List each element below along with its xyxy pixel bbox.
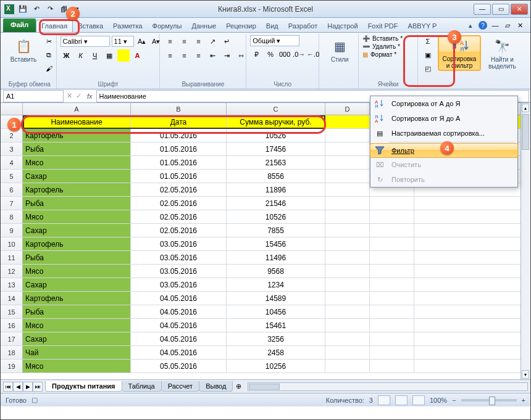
row-header[interactable]: 9 bbox=[1, 224, 23, 237]
formula-cancel-icon[interactable]: ✕ bbox=[65, 92, 74, 100]
cell[interactable]: 14589 bbox=[227, 292, 325, 305]
orientation-icon[interactable]: ↗ bbox=[206, 35, 219, 47]
tab-file[interactable]: Файл bbox=[3, 19, 36, 32]
cell[interactable]: Картофель bbox=[23, 292, 131, 305]
cell[interactable]: 21546 bbox=[227, 197, 325, 210]
sort-filter-button[interactable]: АЯ Сортировка и фильтр bbox=[438, 35, 481, 71]
cells-format[interactable]: ▦Формат * bbox=[362, 51, 396, 58]
cell[interactable] bbox=[325, 170, 370, 183]
row-header[interactable]: 10 bbox=[1, 237, 23, 251]
row-header[interactable]: 16 bbox=[1, 319, 23, 332]
ribbon-minimize-icon[interactable]: ▴ bbox=[466, 21, 475, 30]
cell[interactable] bbox=[414, 237, 530, 251]
cell[interactable]: Сахар bbox=[23, 170, 131, 183]
font-color-icon[interactable]: A bbox=[132, 49, 144, 62]
tab-home[interactable]: Главная bbox=[36, 20, 73, 32]
view-normal-icon[interactable] bbox=[378, 395, 390, 405]
font-size-combo[interactable]: 11▾ bbox=[112, 36, 134, 47]
minimize-button[interactable]: — bbox=[474, 4, 491, 15]
cell[interactable]: Мясо bbox=[23, 210, 131, 224]
cell[interactable]: 15461 bbox=[227, 319, 325, 332]
sheet-nav-first-icon[interactable]: ⏮ bbox=[3, 382, 13, 392]
wb-minimize-icon[interactable]: — bbox=[491, 21, 500, 30]
bold-icon[interactable]: Ж bbox=[61, 49, 73, 62]
tab-review[interactable]: Рецензир bbox=[221, 20, 261, 32]
sheet-nav-next-icon[interactable]: ▶ bbox=[23, 382, 33, 392]
cell[interactable]: 10526 bbox=[227, 129, 325, 142]
cell[interactable]: Мясо bbox=[23, 360, 131, 373]
row-header[interactable]: 5 bbox=[1, 170, 23, 183]
row-header[interactable]: 11 bbox=[1, 251, 23, 265]
redo-icon[interactable]: ↷ bbox=[45, 4, 55, 14]
cells-delete[interactable]: ➖Удалить * bbox=[362, 43, 400, 50]
cell[interactable] bbox=[414, 360, 530, 373]
align-bottom-icon[interactable]: ≡ bbox=[192, 35, 204, 47]
tab-developer[interactable]: Разработ bbox=[283, 20, 322, 32]
help-icon[interactable]: ? bbox=[479, 21, 487, 30]
row-header[interactable]: 17 bbox=[1, 332, 23, 346]
cell[interactable]: 9568 bbox=[227, 265, 325, 278]
align-center-icon[interactable]: ≡ bbox=[178, 49, 190, 62]
number-format-combo[interactable]: Общий▾ bbox=[250, 35, 299, 46]
cell[interactable]: 02.05.2016 bbox=[131, 197, 227, 210]
cell[interactable]: 01.05.2016 bbox=[131, 156, 227, 170]
cell[interactable]: Сахар bbox=[23, 278, 131, 292]
font-family-combo[interactable]: Calibri▾ bbox=[61, 36, 110, 47]
cell[interactable]: Мясо bbox=[23, 156, 131, 170]
cell[interactable]: 11896 bbox=[227, 183, 325, 197]
row-header[interactable]: 13 bbox=[1, 278, 23, 292]
cell[interactable] bbox=[370, 332, 414, 346]
border-icon[interactable]: ▦ bbox=[103, 49, 115, 62]
row-header[interactable]: 4 bbox=[1, 156, 23, 170]
scrollbar-thumb[interactable] bbox=[522, 114, 529, 150]
sheet-tab-0[interactable]: Продукты питания bbox=[45, 381, 122, 392]
menu-filter[interactable]: Фильтр bbox=[370, 143, 518, 158]
cell[interactable] bbox=[370, 251, 414, 265]
cell[interactable] bbox=[325, 251, 370, 265]
cell[interactable]: Чай bbox=[23, 346, 131, 360]
row-header[interactable]: 7 bbox=[1, 197, 23, 210]
cell[interactable] bbox=[325, 237, 370, 251]
find-select-button[interactable]: 🔭 Найти и выделить bbox=[485, 35, 520, 72]
cell[interactable] bbox=[370, 360, 414, 373]
tab-foxit[interactable]: Foxit PDF bbox=[363, 20, 403, 32]
cell[interactable] bbox=[414, 265, 530, 278]
cell[interactable]: Картофель bbox=[23, 237, 131, 251]
merge-icon[interactable]: ⇿ bbox=[235, 49, 247, 62]
cell[interactable] bbox=[414, 305, 530, 319]
cell[interactable] bbox=[414, 210, 530, 224]
cell[interactable] bbox=[414, 292, 530, 305]
sheet-tab-1[interactable]: Таблица bbox=[122, 381, 162, 392]
wb-restore-icon[interactable]: ▱ bbox=[503, 21, 512, 30]
cell[interactable]: 04.05.2016 bbox=[131, 292, 227, 305]
cell[interactable] bbox=[370, 265, 414, 278]
cell[interactable]: Дата bbox=[131, 115, 227, 129]
cell[interactable] bbox=[370, 224, 414, 237]
cell[interactable] bbox=[414, 197, 530, 210]
cell[interactable]: 10256 bbox=[227, 360, 325, 373]
tab-view[interactable]: Вид bbox=[261, 20, 283, 32]
paste-button[interactable]: 📋 Вставить bbox=[7, 35, 40, 65]
cell[interactable] bbox=[325, 210, 370, 224]
cell[interactable] bbox=[325, 224, 370, 237]
cell[interactable] bbox=[325, 332, 370, 346]
cell[interactable] bbox=[325, 183, 370, 197]
view-layout-icon[interactable] bbox=[395, 395, 408, 405]
zoom-in-icon[interactable]: + bbox=[522, 397, 525, 404]
tab-abbyy[interactable]: ABBYY P bbox=[403, 20, 442, 32]
cell[interactable] bbox=[325, 197, 370, 210]
cell[interactable]: 7855 bbox=[227, 224, 325, 237]
cell[interactable]: 10456 bbox=[227, 305, 325, 319]
increase-indent-icon[interactable]: ⇥ bbox=[220, 49, 233, 62]
cell[interactable] bbox=[370, 197, 414, 210]
save-icon[interactable]: 💾 bbox=[18, 4, 28, 14]
cell[interactable]: Сахар bbox=[23, 332, 131, 346]
cell[interactable]: 03.05.2016 bbox=[131, 237, 227, 251]
cell[interactable]: Мясо bbox=[23, 319, 131, 332]
menu-sort-asc[interactable]: АЯ Сортировка от А до Я bbox=[370, 96, 517, 111]
cell[interactable] bbox=[325, 305, 370, 319]
cell[interactable]: 8556 bbox=[227, 170, 325, 183]
cell[interactable]: Рыба bbox=[23, 142, 131, 156]
column-header-b[interactable]: B bbox=[131, 103, 227, 115]
cell[interactable]: 04.05.2016 bbox=[131, 319, 227, 332]
